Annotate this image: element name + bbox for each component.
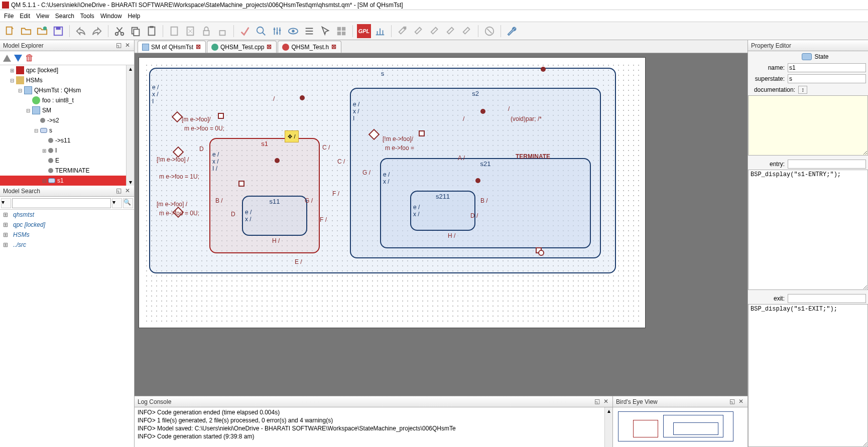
property-entry-header[interactable] <box>788 160 866 169</box>
new-model-button[interactable] <box>3 24 17 38</box>
state-s11[interactable]: s11 e / x / <box>242 196 307 236</box>
search-results[interactable]: ⊞qhsmtst ⊞qpc [locked] ⊞HSMs ⊞../src <box>0 210 134 447</box>
terminate-pseudo[interactable] <box>538 250 544 256</box>
initial-top[interactable] <box>541 67 546 72</box>
close-icon[interactable]: ✕ <box>124 188 131 195</box>
redo-button[interactable] <box>90 24 104 38</box>
tree-item-qpc[interactable]: ⊞qpc [locked] <box>0 65 134 75</box>
grid-button[interactable] <box>334 24 348 38</box>
open-model-button[interactable] <box>19 24 33 38</box>
menu-search[interactable]: Search <box>55 13 74 20</box>
tree-item-s1[interactable]: ⊟s1 <box>0 176 134 186</box>
restore-icon[interactable]: ◱ <box>115 42 122 49</box>
undo-button[interactable] <box>74 24 88 38</box>
search-result-src[interactable]: ⊞../src <box>0 240 134 250</box>
paste-button[interactable] <box>145 24 159 38</box>
initial-s1[interactable] <box>275 158 280 163</box>
search-dropdown-icon[interactable]: ▾ <box>1 198 11 208</box>
lock-button[interactable] <box>199 24 213 38</box>
move-down-icon[interactable] <box>14 55 22 62</box>
clean-marks-button[interactable] <box>238 24 252 38</box>
initial-s2[interactable] <box>480 109 485 114</box>
menu-tools[interactable]: Tools <box>80 13 94 20</box>
clean-button[interactable] <box>183 24 197 38</box>
cut-button[interactable] <box>112 24 127 38</box>
history-s2[interactable] <box>419 130 425 136</box>
document-button[interactable] <box>167 24 181 38</box>
search-dropdown2-icon[interactable]: ▾ <box>112 198 122 208</box>
property-exit-code[interactable] <box>748 304 868 447</box>
birdseye-view[interactable] <box>613 407 748 447</box>
gpl-button[interactable]: GPL <box>357 24 371 38</box>
scrollbar[interactable]: ▴ <box>604 407 612 447</box>
state-s211[interactable]: s211 e / x / <box>410 191 475 231</box>
list-button[interactable] <box>302 24 316 38</box>
pointer-button[interactable] <box>318 24 332 38</box>
tree-item-e[interactable]: E <box>0 156 134 166</box>
tab-cpp[interactable]: QHSM_Test.cpp ⊠ <box>207 41 277 53</box>
delete-icon[interactable]: 🗑 <box>25 53 34 63</box>
log-console[interactable]: INFO> Code generation ended (time elapse… <box>135 407 604 447</box>
close-icon[interactable]: ⊠ <box>266 44 272 50</box>
save-button[interactable] <box>51 24 65 38</box>
search-result-hsms[interactable]: ⊞HSMs <box>0 230 134 240</box>
tree-item-terminate[interactable]: TERMINATE <box>0 166 134 176</box>
tab-sm[interactable]: SM of QHsmTst ⊠ <box>138 41 206 53</box>
restore-icon[interactable]: ◱ <box>593 398 600 405</box>
hammer3-button[interactable] <box>428 24 442 38</box>
model-explorer-tree[interactable]: ⊞qpc [locked] ⊟HSMs ⊟QHsmTst : QHsm foo … <box>0 65 134 186</box>
property-exit-header[interactable] <box>788 294 866 303</box>
restore-icon[interactable]: ◱ <box>728 398 735 405</box>
close-icon[interactable]: ⊠ <box>331 44 337 50</box>
scrollbar[interactable]: ▴ ▾ <box>126 65 134 186</box>
history-s[interactable] <box>218 113 224 119</box>
history-s11[interactable] <box>238 181 244 187</box>
wrench-button[interactable] <box>505 24 519 38</box>
hammer5-button[interactable] <box>460 24 474 38</box>
tree-item-s[interactable]: ⊟s <box>0 125 134 135</box>
close-icon[interactable]: ⊠ <box>195 44 201 50</box>
menu-view[interactable]: View <box>36 13 49 20</box>
tree-item-sm[interactable]: ⊟SM <box>0 105 134 115</box>
move-up-icon[interactable] <box>3 55 11 62</box>
open-recent-button[interactable] <box>35 24 49 38</box>
property-superstate-input[interactable] <box>788 74 866 83</box>
menu-window[interactable]: Window <box>100 13 122 20</box>
tree-item-to-s11[interactable]: ->s11 <box>0 135 134 145</box>
zoom-button[interactable] <box>254 24 268 38</box>
tree-item-i[interactable]: ⊞I <box>0 145 134 156</box>
tab-h[interactable]: QHSM_Test.h ⊠ <box>278 41 341 53</box>
stop-button[interactable] <box>482 24 497 38</box>
restore-icon[interactable]: ◱ <box>115 188 122 195</box>
close-icon[interactable]: ✕ <box>124 42 131 49</box>
initial-s21[interactable] <box>475 178 480 183</box>
close-icon[interactable]: ✕ <box>737 398 745 405</box>
property-entry-code[interactable] <box>748 170 868 290</box>
property-name-input[interactable] <box>788 63 866 72</box>
expand-icon[interactable]: ↕ <box>798 86 807 94</box>
diagram-canvas[interactable]: s e / x / I s1 e / x / I / <box>135 53 748 396</box>
move-cursor-icon[interactable]: ✥ / <box>285 130 299 142</box>
search-result-qhsmtst[interactable]: ⊞qhsmtst <box>0 210 134 220</box>
hammer2-button[interactable] <box>412 24 426 38</box>
settings-button[interactable] <box>270 24 284 38</box>
menu-file[interactable]: File <box>4 13 14 20</box>
search-result-qpc[interactable]: ⊞qpc [locked] <box>0 220 134 230</box>
preview-button[interactable] <box>286 24 300 38</box>
hammer4-button[interactable] <box>444 24 458 38</box>
search-go-icon[interactable]: 🔍 <box>123 198 133 208</box>
initial-s[interactable] <box>300 95 305 100</box>
close-icon[interactable]: ✕ <box>602 398 609 405</box>
property-doc-textarea[interactable] <box>748 95 868 156</box>
tree-item-foo[interactable]: foo : uint8_t <box>0 95 134 105</box>
tree-item-hsms[interactable]: ⊟HSMs <box>0 75 134 85</box>
search-input[interactable] <box>12 198 111 208</box>
menu-edit[interactable]: Edit <box>20 13 30 20</box>
tree-item-qhsmtst[interactable]: ⊟QHsmTst : QHsm <box>0 85 134 95</box>
menu-help[interactable]: Help <box>128 13 141 20</box>
unlock-button[interactable] <box>215 24 229 38</box>
copy-button[interactable] <box>129 24 143 38</box>
hammer1-button[interactable] <box>396 24 410 38</box>
tree-item-to-s2[interactable]: ->s2 <box>0 115 134 125</box>
measure-button[interactable] <box>373 24 387 38</box>
